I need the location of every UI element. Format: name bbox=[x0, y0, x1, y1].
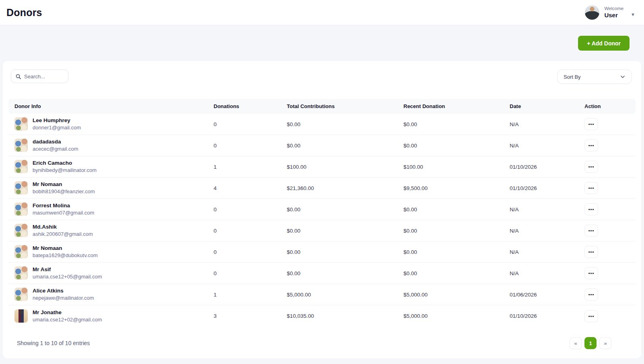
total-contributions-cell: $10,035.00 bbox=[287, 313, 403, 319]
table-row: Mr Asif umaria.cse12+05@gmail.com 0 $0.0… bbox=[8, 263, 636, 284]
donor-email: bynihibedy@mailinator.com bbox=[33, 167, 97, 174]
action-cell: ••• bbox=[584, 310, 636, 322]
donor-name: Mr Jonathe bbox=[33, 309, 102, 316]
donor-info-cell: Erich Camacho bynihibedy@mailinator.com bbox=[14, 160, 214, 174]
total-contributions-cell: $0.00 bbox=[287, 207, 403, 213]
donor-name: Md.Ashik bbox=[33, 223, 93, 231]
donor-name: dadadasda bbox=[33, 138, 78, 145]
recent-donation-cell: $5,000.00 bbox=[403, 292, 510, 298]
search-input[interactable] bbox=[24, 74, 64, 80]
action-cell: ••• bbox=[584, 118, 636, 130]
recent-donation-cell: $0.00 bbox=[403, 143, 510, 149]
donations-count-cell: 1 bbox=[214, 164, 287, 170]
recent-donation-cell: $5,000.00 bbox=[403, 313, 510, 319]
caret-down-icon: ▼ bbox=[631, 12, 635, 17]
table-row: Alice Atkins nepejawe@mailinator.com 1 $… bbox=[8, 284, 636, 305]
donation-date-cell: 01/10/2026 bbox=[510, 164, 584, 170]
total-contributions-cell: $5,000.00 bbox=[287, 292, 403, 298]
donor-name: Mr Nomaan bbox=[33, 245, 98, 252]
sort-by-label: Sort By bbox=[564, 74, 581, 80]
table-row: Mr Nomaan batepa1629@dubokutv.com 0 $0.0… bbox=[8, 241, 636, 263]
action-cell: ••• bbox=[584, 139, 636, 151]
row-actions-button[interactable]: ••• bbox=[584, 203, 598, 215]
row-actions-button[interactable]: ••• bbox=[584, 182, 598, 194]
donations-count-cell: 0 bbox=[214, 143, 287, 149]
row-actions-button[interactable]: ••• bbox=[584, 267, 598, 279]
donor-info-cell: Mr Jonathe umaria.cse12+02@gmail.com bbox=[14, 309, 214, 323]
column-header: Total Contributions bbox=[287, 103, 403, 109]
donor-avatar bbox=[14, 139, 28, 152]
donations-count-cell: 0 bbox=[214, 249, 287, 255]
total-contributions-cell: $0.00 bbox=[287, 143, 403, 149]
pagination-page-1-button[interactable]: 1 bbox=[584, 337, 597, 349]
donor-name: Alice Atkins bbox=[33, 287, 94, 294]
pagination: « 1 » bbox=[570, 337, 611, 349]
donor-avatar bbox=[14, 224, 28, 237]
donor-avatar bbox=[14, 245, 28, 258]
ellipsis-icon: ••• bbox=[588, 122, 595, 127]
total-contributions-cell: $0.00 bbox=[287, 121, 403, 127]
card-toolbar: Sort By bbox=[8, 70, 636, 84]
donor-avatar bbox=[14, 202, 28, 216]
donors-card: Sort By Donor InfoDonationsTotal Contrib… bbox=[3, 61, 641, 358]
ellipsis-icon: ••• bbox=[588, 271, 595, 276]
donor-name: Mr Nomaan bbox=[33, 181, 95, 188]
ellipsis-icon: ••• bbox=[588, 228, 595, 233]
action-cell: ••• bbox=[584, 246, 636, 258]
table-row: Mr Nomaan bobih81904@feanzier.com 4 $21,… bbox=[8, 178, 636, 199]
sort-by-dropdown[interactable]: Sort By bbox=[557, 70, 632, 84]
donor-email: nepejawe@mailinator.com bbox=[33, 294, 94, 302]
donor-email: donner1@gmail.com bbox=[33, 124, 81, 131]
row-actions-button[interactable]: ••• bbox=[584, 161, 598, 173]
column-header: Donor Info bbox=[14, 103, 214, 109]
recent-donation-cell: $0.00 bbox=[403, 228, 510, 234]
donor-info-cell: Lee Humphrey donner1@gmail.com bbox=[14, 117, 214, 131]
search-box bbox=[11, 70, 68, 83]
donor-email: acecec@gmail.com bbox=[33, 145, 78, 153]
action-cell: ••• bbox=[584, 161, 636, 173]
action-cell: ••• bbox=[584, 203, 636, 215]
add-donor-button[interactable]: + Add Donor bbox=[578, 36, 630, 51]
donor-avatar bbox=[14, 309, 28, 323]
donor-name: Erich Camacho bbox=[33, 160, 97, 167]
user-menu[interactable]: Welcome User ▼ bbox=[585, 5, 635, 20]
column-header: Donations bbox=[214, 103, 287, 109]
action-cell: ••• bbox=[584, 267, 636, 279]
donor-info-cell: Forrest Molina masumwen07@gmail.com bbox=[14, 202, 214, 217]
action-cell: ••• bbox=[584, 288, 636, 301]
recent-donation-cell: $100.00 bbox=[403, 164, 510, 170]
row-actions-button[interactable]: ••• bbox=[584, 288, 598, 301]
total-contributions-cell: $0.00 bbox=[287, 249, 403, 255]
pagination-next-button[interactable]: » bbox=[599, 337, 611, 349]
row-actions-button[interactable]: ••• bbox=[584, 139, 598, 151]
row-actions-button[interactable]: ••• bbox=[584, 225, 598, 237]
donor-info-cell: Mr Nomaan batepa1629@dubokutv.com bbox=[14, 245, 214, 259]
donor-avatar bbox=[14, 181, 28, 194]
donors-table: Donor InfoDonationsTotal ContributionsRe… bbox=[8, 99, 636, 327]
donation-date-cell: N/A bbox=[510, 207, 584, 213]
donor-name: Mr Asif bbox=[33, 266, 102, 273]
table-body: Lee Humphrey donner1@gmail.com 0 $0.00 $… bbox=[8, 114, 636, 327]
table-row: dadadasda acecec@gmail.com 0 $0.00 $0.00… bbox=[8, 135, 636, 156]
ellipsis-icon: ••• bbox=[588, 186, 595, 190]
ellipsis-icon: ••• bbox=[588, 314, 595, 319]
table-row: Erich Camacho bynihibedy@mailinator.com … bbox=[8, 156, 636, 178]
recent-donation-cell: $0.00 bbox=[403, 270, 510, 276]
ellipsis-icon: ••• bbox=[588, 249, 595, 254]
donation-date-cell: N/A bbox=[510, 270, 584, 276]
actions-band: + Add Donor bbox=[0, 25, 644, 61]
row-actions-button[interactable]: ••• bbox=[584, 310, 598, 322]
recent-donation-cell: $9,500.00 bbox=[403, 185, 510, 191]
donor-info-cell: dadadasda acecec@gmail.com bbox=[14, 138, 214, 153]
recent-donation-cell: $0.00 bbox=[403, 207, 510, 213]
ellipsis-icon: ••• bbox=[588, 292, 595, 297]
donation-date-cell: N/A bbox=[510, 121, 584, 127]
row-actions-button[interactable]: ••• bbox=[584, 118, 598, 130]
pagination-prev-button[interactable]: « bbox=[570, 337, 582, 349]
row-actions-button[interactable]: ••• bbox=[584, 246, 598, 258]
column-header: Action bbox=[584, 103, 636, 109]
page-title: Donors bbox=[6, 7, 42, 18]
top-bar: Donors Welcome User ▼ bbox=[0, 0, 644, 25]
donation-date-cell: 01/10/2026 bbox=[510, 185, 584, 191]
donor-avatar bbox=[14, 266, 28, 280]
